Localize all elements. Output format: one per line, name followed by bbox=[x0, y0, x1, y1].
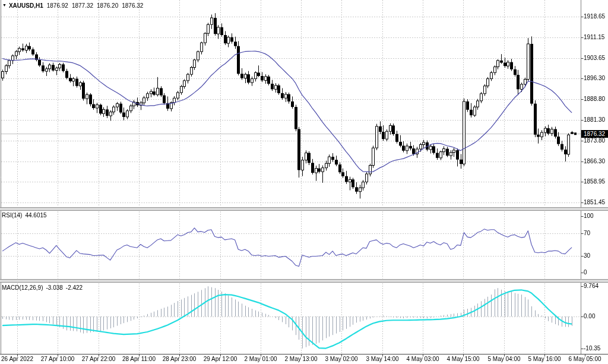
trading-chart-window: ▼XAUUSD,H11876.921877.321876.201876.32 R… bbox=[0, 0, 608, 364]
chart-canvas[interactable] bbox=[0, 0, 608, 364]
price-axis-label: 1851.45 bbox=[584, 199, 605, 206]
price-axis-label: 1881.30 bbox=[584, 116, 605, 124]
rsi-axis-label: 100 bbox=[584, 213, 594, 220]
panel-separator-rsi-macd[interactable] bbox=[0, 279, 608, 283]
macd-axis-label: -10.35 bbox=[584, 345, 600, 352]
macd-axis-label: 9.764 bbox=[584, 283, 598, 290]
macd-name: MACD(12,26,9) bbox=[2, 284, 43, 291]
macd-axis-label: 0.00 bbox=[584, 313, 595, 320]
rsi-name: RSI(14) bbox=[2, 212, 22, 219]
rsi-axis-label: 70 bbox=[584, 230, 590, 237]
symbol-period-label: XAUUSD,H1 bbox=[9, 2, 43, 9]
macd-indicator-label: MACD(12,26,9)-3.038-2.422 bbox=[2, 284, 86, 292]
price-axis-label: 1911.15 bbox=[584, 34, 604, 41]
symbol-dropdown-icon[interactable]: ▼ bbox=[2, 3, 7, 7]
ohlc-close-value: 1876.32 bbox=[122, 2, 143, 9]
macd-signal-value: -2.422 bbox=[66, 284, 83, 291]
price-axis-label: 1903.65 bbox=[584, 55, 605, 62]
rsi-indicator-label: RSI(14)44.6015 bbox=[2, 212, 50, 219]
ohlc-high-value: 1877.32 bbox=[72, 2, 93, 9]
price-axis-label: 1896.30 bbox=[584, 75, 605, 82]
rsi-axis-label: 0 bbox=[584, 269, 587, 276]
price-axis-label: 1918.65 bbox=[584, 13, 605, 20]
panel-separator-main-rsi[interactable] bbox=[0, 207, 608, 211]
price-axis-label: 1858.95 bbox=[584, 178, 605, 185]
time-axis-label: 6 May 05:00 bbox=[556, 356, 608, 363]
ohlc-open-value: 1876.92 bbox=[47, 2, 68, 9]
rsi-current-value: 44.6015 bbox=[25, 212, 46, 219]
macd-main-value: -3.038 bbox=[46, 284, 62, 291]
price-axis-label: 1866.30 bbox=[584, 158, 605, 165]
ohlc-low-value: 1876.20 bbox=[97, 2, 118, 9]
price-axis-label: 1888.80 bbox=[584, 96, 605, 103]
ohlc-header: ▼XAUUSD,H11876.921877.321876.201876.32 bbox=[2, 2, 147, 10]
price-axis-label: 1873.80 bbox=[584, 137, 605, 144]
rsi-axis-label: 30 bbox=[584, 252, 590, 259]
